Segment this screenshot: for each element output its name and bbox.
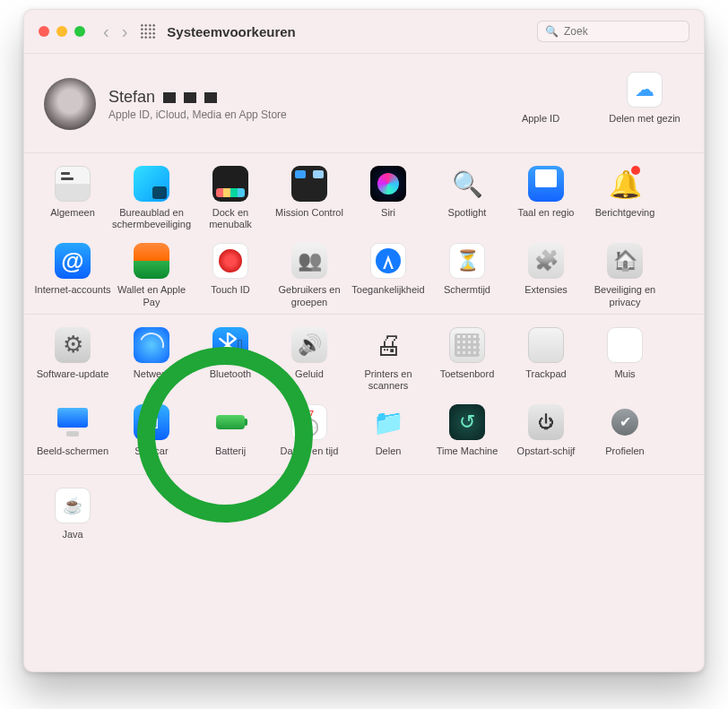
toolbar: ‹ › Systeemvoorkeuren 🔍 bbox=[24, 10, 704, 54]
search-icon: 🔍 bbox=[545, 25, 559, 38]
pref-share[interactable]: Delen bbox=[349, 404, 428, 469]
spotlight-icon bbox=[449, 166, 485, 202]
pref-mission[interactable]: Mission Control bbox=[270, 166, 349, 230]
pref-swupdate[interactable]: Software-update bbox=[33, 327, 112, 392]
pref-screentime[interactable]: Schermtijd bbox=[428, 243, 507, 307]
pref-label: Bureaublad en schermbeveiliging bbox=[112, 207, 191, 230]
pref-label: Dock en menubalk bbox=[191, 207, 270, 230]
pref-timemachine[interactable]: Time Machine bbox=[428, 404, 507, 469]
pref-label: Datum en tijd bbox=[281, 445, 339, 469]
pref-label: Toetsenbord bbox=[440, 368, 495, 392]
pref-label: Sidecar bbox=[134, 445, 168, 469]
zoom-icon[interactable] bbox=[74, 26, 85, 37]
pref-bluetooth[interactable]: Bluetooth bbox=[191, 327, 270, 392]
back-button[interactable]: ‹ bbox=[103, 22, 109, 40]
pref-label: Apple ID bbox=[522, 113, 559, 136]
pref-users[interactable]: Gebruikers en groepen bbox=[270, 243, 349, 307]
desktop-icon bbox=[134, 166, 169, 202]
sound-icon bbox=[291, 327, 327, 363]
pref-displays[interactable]: Beeld-schermen bbox=[33, 404, 112, 469]
pref-label: Gebruikers en groepen bbox=[270, 284, 349, 307]
pref-label: Taal en regio bbox=[518, 207, 575, 230]
pref-battery[interactable]: Batterij bbox=[191, 404, 270, 469]
pref-label: Batterij bbox=[215, 445, 246, 469]
syspref-window: ‹ › Systeemvoorkeuren 🔍 Stefan Apple ID,… bbox=[23, 9, 705, 672]
timemachine-icon bbox=[449, 404, 485, 440]
sidecar-icon bbox=[134, 404, 169, 440]
avatar[interactable] bbox=[44, 78, 96, 130]
pref-access[interactable]: Toegankelijkheid bbox=[349, 243, 428, 307]
pref-ext[interactable]: Extensies bbox=[507, 243, 585, 307]
pref-label: Geluid bbox=[295, 368, 324, 392]
pref-spotlight[interactable]: Spotlight bbox=[428, 166, 507, 230]
pref-java[interactable]: Java bbox=[33, 488, 112, 552]
pref-touchid[interactable]: Touch ID bbox=[191, 243, 270, 307]
nav-arrows: ‹ › bbox=[103, 22, 127, 40]
pref-label: Extensies bbox=[524, 284, 568, 307]
search-input[interactable] bbox=[564, 25, 698, 38]
pref-sidecar[interactable]: Sidecar bbox=[112, 404, 191, 469]
close-icon[interactable] bbox=[39, 26, 49, 37]
pref-label: Siri bbox=[381, 207, 395, 230]
keyboard-icon bbox=[449, 327, 485, 363]
share-icon bbox=[370, 404, 406, 440]
pref-wallet[interactable]: Wallet en Apple Pay bbox=[112, 243, 191, 307]
pref-dock[interactable]: Dock en menubalk bbox=[191, 166, 270, 230]
redacted-icon bbox=[184, 92, 196, 103]
forward-button[interactable]: › bbox=[122, 22, 128, 40]
pref-mouse[interactable]: Muis bbox=[585, 327, 664, 392]
pref-startup[interactable]: Opstart-schijf bbox=[507, 404, 585, 469]
pref-label: Schermtijd bbox=[444, 284, 490, 307]
profiles-icon bbox=[607, 404, 643, 440]
pref-printers[interactable]: Printers en scanners bbox=[349, 327, 428, 392]
pref-label: Opstart-schijf bbox=[517, 445, 576, 469]
dock-icon bbox=[212, 166, 248, 202]
pref-label: Wallet en Apple Pay bbox=[112, 284, 191, 307]
pref-datetime[interactable]: Datum en tijd bbox=[270, 404, 349, 469]
ext-icon bbox=[528, 243, 564, 279]
pref-family[interactable]: Delen met gezin bbox=[605, 72, 684, 136]
touchid-icon bbox=[212, 243, 248, 279]
profile-name: Stefan bbox=[108, 88, 287, 107]
pref-notify[interactable]: Berichtgeving bbox=[585, 166, 664, 230]
pref-label: Bluetooth bbox=[210, 368, 251, 392]
internet-icon bbox=[55, 243, 91, 279]
show-all-button[interactable] bbox=[140, 23, 156, 39]
pref-language[interactable]: Taal en regio bbox=[507, 166, 585, 230]
printers-icon bbox=[370, 327, 406, 363]
pref-security[interactable]: Beveiliging en privacy bbox=[585, 243, 664, 307]
pref-general[interactable]: Algemeen bbox=[33, 166, 112, 230]
pref-keyboard[interactable]: Toetsenbord bbox=[428, 327, 507, 392]
swupdate-icon bbox=[55, 327, 91, 363]
language-icon bbox=[528, 166, 564, 202]
family-icon bbox=[627, 72, 663, 108]
pref-label: Spotlight bbox=[448, 207, 487, 230]
pref-label: Toegankelijkheid bbox=[351, 284, 424, 307]
pref-internet[interactable]: Internet-accounts bbox=[33, 243, 112, 307]
datetime-icon bbox=[291, 404, 327, 440]
java-icon bbox=[55, 488, 91, 523]
pref-section-1: Software-updateNetwerkBluetoothGeluidPri… bbox=[24, 315, 704, 475]
minimize-icon[interactable] bbox=[56, 26, 67, 37]
pref-trackpad[interactable]: Trackpad bbox=[507, 327, 585, 392]
pref-profiles[interactable]: Profielen bbox=[585, 404, 664, 469]
pref-sound[interactable]: Geluid bbox=[270, 327, 349, 392]
pref-siri[interactable]: Siri bbox=[349, 166, 428, 230]
redacted-icon bbox=[163, 92, 176, 103]
pref-label: Algemeen bbox=[50, 207, 95, 230]
pref-apple_id[interactable]: Apple ID bbox=[501, 72, 580, 136]
pref-label: Beveiliging en privacy bbox=[585, 284, 664, 307]
siri-icon bbox=[370, 166, 406, 202]
security-icon bbox=[607, 243, 643, 279]
pref-label: Touch ID bbox=[211, 284, 249, 307]
general-icon bbox=[55, 166, 91, 202]
battery-icon bbox=[212, 404, 248, 440]
search-field[interactable]: 🔍 bbox=[537, 21, 689, 42]
wallet-icon bbox=[134, 243, 169, 279]
network-icon bbox=[134, 327, 169, 363]
profile-text[interactable]: Stefan Apple ID, iCloud, Media en App St… bbox=[108, 88, 287, 121]
pref-label: Java bbox=[62, 529, 82, 552]
pref-desktop[interactable]: Bureaublad en schermbeveiliging bbox=[112, 166, 191, 230]
displays-icon bbox=[55, 404, 91, 440]
pref-network[interactable]: Netwerk bbox=[112, 327, 191, 392]
